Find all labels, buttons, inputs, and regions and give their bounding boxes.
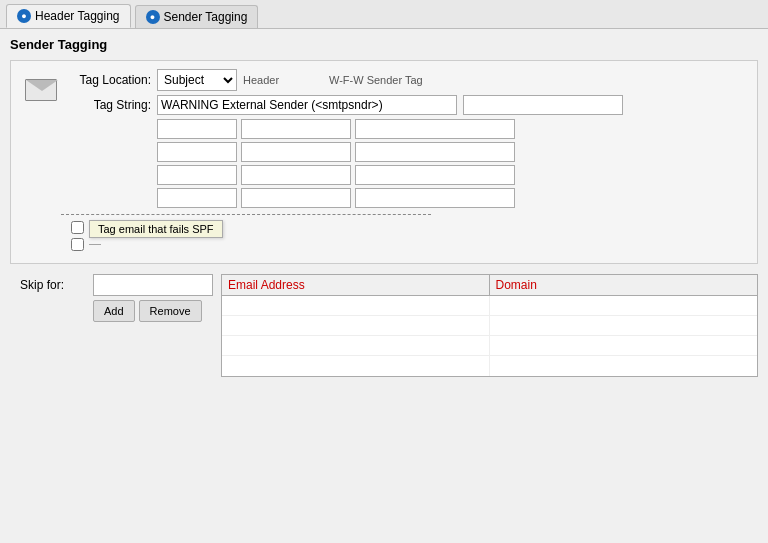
checkbox-row-2: — <box>71 237 747 251</box>
tab-header-tagging[interactable]: ● Header Tagging <box>6 4 131 28</box>
extra-fields-area <box>157 119 747 208</box>
table-row-2 <box>222 316 757 336</box>
table-cell-domain-4 <box>490 356 758 376</box>
panel-content: Tag Location: Subject Header Body Header… <box>21 69 747 251</box>
skip-inner: Skip for: Add Remove Email Address Domai… <box>20 274 758 377</box>
field-row-4 <box>157 188 747 208</box>
field-3-col3[interactable] <box>355 165 515 185</box>
tag-location-label: Tag Location: <box>61 73 151 87</box>
checkbox-spf-row: Tag email that fails SPF <box>71 221 747 234</box>
table-cell-domain-3 <box>490 336 758 355</box>
field-1-col1[interactable] <box>157 119 237 139</box>
add-button[interactable]: Add <box>93 300 135 322</box>
remove-button[interactable]: Remove <box>139 300 202 322</box>
skip-label: Skip for: <box>20 274 85 292</box>
tooltip-spf: Tag email that fails SPF <box>89 220 223 238</box>
envelope <box>25 79 57 101</box>
tag-location-row: Tag Location: Subject Header Body Header… <box>61 69 747 91</box>
table-row-4 <box>222 356 757 376</box>
checkbox-spf[interactable] <box>71 221 84 234</box>
wfw-col-label: W-F-W Sender Tag <box>329 74 489 86</box>
dashed-separator <box>61 214 431 215</box>
panel-right: Tag Location: Subject Header Body Header… <box>61 69 747 251</box>
table-cell-domain-1 <box>490 296 758 315</box>
skip-table-header: Email Address Domain <box>222 275 757 296</box>
field-row-1 <box>157 119 747 139</box>
skip-input[interactable] <box>93 274 213 296</box>
header-col-label: Header <box>243 74 323 86</box>
skip-table: Email Address Domain <box>221 274 758 377</box>
table-cell-email-3 <box>222 336 490 355</box>
section-title: Sender Tagging <box>10 37 758 52</box>
table-cell-email-1 <box>222 296 490 315</box>
field-4-col3[interactable] <box>355 188 515 208</box>
main-content: Sender Tagging Tag Location: Subject Hea… <box>0 29 768 385</box>
tag-location-select[interactable]: Subject Header Body <box>157 69 237 91</box>
domain-col-header: Domain <box>490 275 758 295</box>
sender-tagging-icon: ● <box>146 10 160 24</box>
table-cell-domain-2 <box>490 316 758 335</box>
table-row-3 <box>222 336 757 356</box>
table-row-1 <box>222 296 757 316</box>
tag-string-wfw-input[interactable] <box>463 95 623 115</box>
tab-header-tagging-label: Header Tagging <box>35 9 120 23</box>
skip-left: Add Remove <box>93 274 213 322</box>
field-row-3 <box>157 165 747 185</box>
icon-col <box>21 69 61 251</box>
tab-bar: ● Header Tagging ● Sender Tagging <box>0 0 768 29</box>
table-cell-email-4 <box>222 356 490 376</box>
skip-buttons: Add Remove <box>93 300 213 322</box>
tag-string-input[interactable] <box>157 95 457 115</box>
field-2-col3[interactable] <box>355 142 515 162</box>
header-tagging-icon: ● <box>17 9 31 23</box>
field-1-col3[interactable] <box>355 119 515 139</box>
tag-string-row: Tag String: <box>61 95 747 115</box>
mail-icon <box>25 75 57 101</box>
field-1-col2[interactable] <box>241 119 351 139</box>
email-address-col-header: Email Address <box>222 275 490 295</box>
checkbox-2[interactable] <box>71 238 84 251</box>
checkbox-2-label: — <box>89 237 101 251</box>
tab-sender-tagging[interactable]: ● Sender Tagging <box>135 5 259 28</box>
field-2-col1[interactable] <box>157 142 237 162</box>
skip-section: Skip for: Add Remove Email Address Domai… <box>10 274 758 377</box>
tab-sender-tagging-label: Sender Tagging <box>164 10 248 24</box>
field-3-col1[interactable] <box>157 165 237 185</box>
checkbox-area: Tag email that fails SPF — <box>61 221 747 251</box>
field-2-col2[interactable] <box>241 142 351 162</box>
table-cell-email-2 <box>222 316 490 335</box>
field-4-col1[interactable] <box>157 188 237 208</box>
field-3-col2[interactable] <box>241 165 351 185</box>
field-4-col2[interactable] <box>241 188 351 208</box>
inner-panel: Tag Location: Subject Header Body Header… <box>10 60 758 264</box>
field-row-2 <box>157 142 747 162</box>
field-rows <box>157 119 747 208</box>
tag-string-label: Tag String: <box>61 98 151 112</box>
